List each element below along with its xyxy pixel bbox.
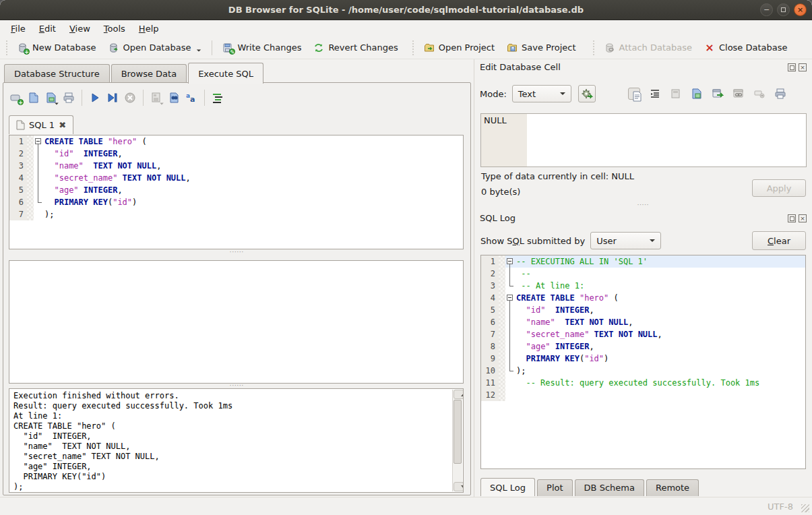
scroll-thumb[interactable] — [454, 400, 462, 464]
import-data-icon[interactable] — [691, 88, 703, 100]
code-text: -- EXECUTING ALL IN 'SQL 1' — [515, 255, 805, 268]
close-panel-icon[interactable]: × — [799, 63, 807, 71]
cell-value-editor[interactable]: NULL — [480, 113, 807, 167]
toggle-block-comment-icon[interactable] — [212, 92, 224, 104]
code-line[interactable]: 2 -- — [481, 268, 805, 280]
code-line[interactable]: 3 "name" TEXT NOT NULL, — [9, 160, 463, 172]
minimize-icon[interactable]: − — [760, 3, 773, 16]
code-line[interactable]: 6 "name" TEXT NOT NULL, — [481, 316, 805, 328]
code-line[interactable]: 4 "secret_name" TEXT NOT NULL, — [9, 172, 463, 184]
maximize-icon[interactable] — [777, 3, 790, 16]
menu-help[interactable]: Help — [132, 22, 166, 36]
close-sql-tab-icon[interactable]: ✖ — [59, 120, 66, 130]
toolbar-handle[interactable] — [592, 40, 596, 55]
open-project-button[interactable]: Open Project — [418, 39, 501, 57]
open-sql-file-icon[interactable] — [28, 92, 40, 104]
edit-cell-mode-row: Mode: Text — [480, 84, 807, 104]
sql-log-view[interactable]: 1-- EXECUTING ALL IN 'SQL 1'2 --3 -- At … — [480, 255, 806, 469]
menu-view[interactable]: View — [63, 22, 97, 36]
new-sql-tab-icon[interactable]: + — [10, 92, 22, 104]
splitter-handle[interactable]: ······ — [3, 384, 470, 388]
execution-status-log[interactable]: Execution finished without errors.Result… — [9, 388, 464, 493]
open-database-button[interactable]: Open Database — [102, 39, 208, 57]
code-line[interactable]: 11 -- Result: query executed successfull… — [481, 377, 805, 389]
cell-value: NULL — [481, 114, 527, 166]
titlebar[interactable]: DB Browser for SQLite - /home/user/code/… — [0, 0, 812, 20]
save-project-button[interactable]: Save Project — [501, 39, 582, 57]
code-line[interactable]: 1-- EXECUTING ALL IN 'SQL 1' — [481, 255, 805, 268]
code-line[interactable]: 9 PRIMARY KEY("id") — [481, 353, 805, 365]
tab-remote[interactable]: Remote — [646, 479, 699, 496]
revert-changes-button[interactable]: Revert Changes — [307, 39, 404, 57]
tab-sql-log[interactable]: SQL Log — [480, 478, 535, 496]
code-text: -- Result: query executed successfully. … — [515, 377, 805, 389]
fold-marker — [34, 184, 43, 196]
toolbar-handle[interactable] — [5, 40, 9, 55]
execute-current-line-icon[interactable] — [106, 92, 119, 104]
apply-settings-icon[interactable] — [578, 85, 596, 102]
sql-editor[interactable]: 1CREATE TABLE "hero" (2 "id" INTEGER,3 "… — [9, 135, 464, 249]
save-sql-file-icon[interactable] — [45, 92, 57, 104]
close-icon[interactable]: × — [794, 3, 807, 16]
fold-margin — [499, 292, 505, 304]
splitter-handle[interactable]: ······ — [3, 250, 470, 255]
code-line[interactable]: 4CREATE TABLE "hero" ( — [481, 292, 805, 304]
open-database-dropdown-icon[interactable] — [197, 49, 201, 51]
results-grid[interactable] — [9, 260, 464, 384]
submitter-select[interactable]: User — [590, 232, 661, 249]
open-database-icon — [108, 42, 119, 53]
new-database-button[interactable]: + New Database — [11, 39, 102, 57]
tab-database-structure[interactable]: Database Structure — [4, 64, 110, 84]
mode-select[interactable]: Text — [512, 85, 571, 102]
print-icon[interactable] — [774, 88, 786, 100]
format-sql-icon[interactable]: aa — [185, 92, 197, 104]
resize-grip-icon[interactable] — [801, 504, 809, 512]
code-line[interactable]: 10); — [481, 365, 805, 377]
fold-marker[interactable] — [505, 255, 515, 268]
close-panel-icon[interactable]: × — [799, 214, 807, 222]
menu-tools[interactable]: Tools — [97, 22, 132, 36]
tab-browse-data[interactable]: Browse Data — [111, 64, 187, 84]
write-changes-button[interactable]: ✎ Write Changes — [216, 39, 307, 57]
sql-doc-tab[interactable]: SQL 1 ✖ — [9, 115, 73, 134]
execute-all-icon[interactable] — [89, 92, 101, 104]
toolbar-separator — [204, 90, 205, 106]
tab-db-schema[interactable]: DB Schema — [575, 479, 644, 496]
fold-marker — [34, 196, 43, 208]
word-wrap-icon[interactable] — [649, 88, 661, 100]
float-panel-icon[interactable] — [788, 63, 796, 71]
fold-margin — [27, 148, 34, 160]
menu-file[interactable]: File — [4, 22, 32, 36]
code-line[interactable]: 7 "secret_name" TEXT NOT NULL, — [481, 328, 805, 340]
code-line[interactable]: 8 "age" INTEGER, — [481, 340, 805, 353]
code-line[interactable]: 7); — [9, 208, 463, 220]
find-replace-icon[interactable] — [168, 92, 180, 104]
scroll-down-icon[interactable] — [454, 482, 464, 491]
clear-button[interactable]: Clear — [752, 231, 806, 250]
tab-execute-sql[interactable]: Execute SQL — [188, 63, 263, 84]
scroll-up-icon[interactable] — [454, 390, 464, 399]
attach-database-button: Attach Database — [598, 39, 698, 57]
tab-plot[interactable]: Plot — [537, 479, 573, 496]
close-database-button[interactable]: × Close Database — [698, 39, 794, 57]
export-data-icon[interactable] — [712, 88, 724, 100]
code-line[interactable]: 3 -- At line 1: — [481, 280, 805, 292]
fold-marker[interactable] — [34, 135, 43, 148]
menu-edit[interactable]: Edit — [32, 22, 63, 36]
fold-marker — [505, 377, 515, 389]
code-line[interactable]: 5 "id" INTEGER, — [481, 304, 805, 316]
code-line[interactable]: 12 — [481, 389, 805, 401]
splitter-handle[interactable]: ····· — [474, 203, 812, 208]
save-sql-dropdown-icon[interactable] — [55, 103, 59, 105]
code-line[interactable]: 1CREATE TABLE "hero" ( — [9, 135, 463, 148]
scrollbar[interactable] — [452, 390, 462, 491]
code-line[interactable]: 6 PRIMARY KEY("id") — [9, 196, 463, 208]
float-panel-icon[interactable] — [788, 214, 796, 222]
toolbar-handle[interactable] — [411, 40, 416, 55]
fold-marker[interactable] — [505, 292, 515, 304]
text-document-icon[interactable] — [628, 88, 640, 100]
main-tabbar: Database Structure Browse Data Execute S… — [4, 61, 265, 83]
print-icon[interactable] — [63, 92, 75, 104]
code-line[interactable]: 2 "id" INTEGER, — [9, 148, 463, 160]
code-line[interactable]: 5 "age" INTEGER, — [9, 184, 463, 196]
